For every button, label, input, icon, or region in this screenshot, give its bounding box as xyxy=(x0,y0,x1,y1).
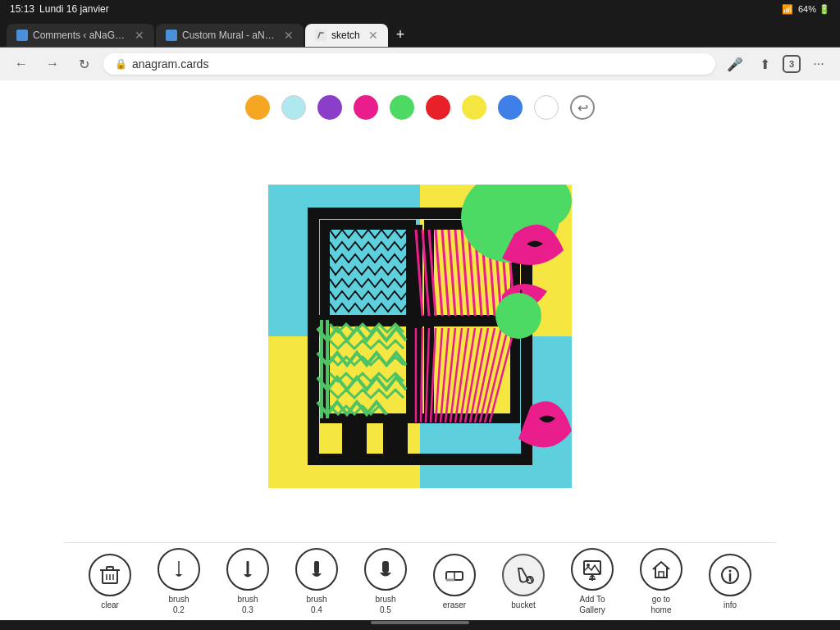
eraser-icon xyxy=(443,564,466,587)
brush05-icon xyxy=(374,558,397,581)
date: Lundi 16 janvier xyxy=(39,3,109,15)
home-indicator-bar xyxy=(371,621,469,624)
clear-label: clear xyxy=(101,600,119,610)
color-blue[interactable] xyxy=(498,95,523,120)
home-icon xyxy=(650,558,673,581)
brush02-icon xyxy=(167,558,190,581)
url-actions: 🎤 ⬆ 3 ··· xyxy=(724,52,830,75)
svg-rect-47 xyxy=(342,418,367,463)
status-left: 15:13 Lundi 16 janvier xyxy=(10,3,109,15)
brush04-label: brush0.4 xyxy=(306,594,326,615)
back-button[interactable]: ← xyxy=(10,52,33,75)
brush02-icon-circle xyxy=(158,548,200,591)
brush05-tool[interactable]: brush0.5 xyxy=(356,548,415,615)
color-purple[interactable] xyxy=(317,95,342,120)
brush04-tool[interactable]: brush0.4 xyxy=(287,548,346,615)
color-orange[interactable] xyxy=(245,95,270,120)
svg-rect-69 xyxy=(659,572,664,578)
svg-rect-58 xyxy=(382,561,389,573)
eraser-tool[interactable]: eraser xyxy=(425,554,484,610)
canvas-wrapper[interactable] xyxy=(260,130,580,542)
tab-add-button[interactable]: + xyxy=(390,23,412,47)
reload-button[interactable]: ↻ xyxy=(72,52,95,75)
brush02-tool[interactable]: brush0.2 xyxy=(149,548,208,615)
gallery-icon xyxy=(581,558,604,581)
brush05-icon-circle xyxy=(364,548,407,591)
brush03-icon-circle xyxy=(226,548,269,591)
tab-sketch[interactable]: sketch ✕ xyxy=(305,24,388,47)
url-bar[interactable]: 🔒 anagram.cards xyxy=(103,53,715,75)
tab-title-comments: Comments ‹ aNaGram… xyxy=(33,30,126,41)
tab-close-sketch[interactable]: ✕ xyxy=(368,29,378,42)
status-bar: 15:13 Lundi 16 janvier 📶 64% 🔋 xyxy=(0,0,840,18)
url-text: anagram.cards xyxy=(132,57,704,71)
tab-favicon-sketch xyxy=(315,30,326,41)
tab-close-comments[interactable]: ✕ xyxy=(135,29,144,42)
address-bar: ← → ↻ 🔒 anagram.cards 🎤 ⬆ 3 ··· xyxy=(0,47,840,80)
info-tool[interactable]: info xyxy=(701,554,760,610)
battery-icon: 64% 🔋 xyxy=(798,4,830,15)
bucket-icon xyxy=(512,564,535,587)
tab-comments[interactable]: Comments ‹ aNaGram… ✕ xyxy=(7,24,154,47)
eraser-icon-circle xyxy=(433,554,476,596)
brush04-icon xyxy=(305,558,328,581)
clear-tool[interactable]: clear xyxy=(80,554,139,610)
gallery-label: Add ToGallery xyxy=(579,594,605,615)
microphone-button[interactable]: 🎤 xyxy=(724,52,746,75)
svg-point-71 xyxy=(729,569,732,572)
lock-icon: 🔒 xyxy=(115,58,127,70)
color-palette: ↩ xyxy=(245,80,595,130)
info-icon xyxy=(719,564,742,587)
tab-mural[interactable]: Custom Mural - aNaGram… ✕ xyxy=(156,24,304,47)
color-red[interactable] xyxy=(426,95,450,120)
home-label: go tohome xyxy=(651,594,671,615)
brush04-icon-circle xyxy=(295,548,338,591)
color-green[interactable] xyxy=(390,95,414,120)
svg-rect-48 xyxy=(383,418,408,463)
color-yellow[interactable] xyxy=(462,95,486,120)
tab-bar: Comments ‹ aNaGram… ✕ Custom Mural - aNa… xyxy=(0,18,840,47)
tab-close-mural[interactable]: ✕ xyxy=(284,29,294,42)
time: 15:13 xyxy=(10,3,34,15)
clear-icon-circle xyxy=(89,554,131,596)
bucket-tool[interactable]: bucket xyxy=(494,554,553,610)
mural-svg xyxy=(268,185,572,488)
info-icon-circle xyxy=(709,554,751,596)
brush05-label: brush0.5 xyxy=(375,594,395,615)
color-pink[interactable] xyxy=(354,95,378,120)
tab-favicon-comments xyxy=(16,30,28,41)
home-icon-circle xyxy=(640,548,682,591)
color-white[interactable] xyxy=(534,95,559,120)
color-lightblue[interactable] xyxy=(281,95,306,120)
tab-title-mural: Custom Mural - aNaGram… xyxy=(182,30,276,41)
svg-rect-56 xyxy=(247,561,249,574)
main-content: ↩ xyxy=(0,80,840,620)
home-tool[interactable]: go tohome xyxy=(632,548,691,615)
wifi-icon: 📶 xyxy=(782,4,793,15)
share-button[interactable]: ⬆ xyxy=(753,52,776,75)
svg-rect-51 xyxy=(107,567,113,570)
eraser-label: eraser xyxy=(443,600,466,610)
info-label: info xyxy=(724,600,737,610)
clear-icon xyxy=(98,564,121,587)
svg-point-64 xyxy=(587,564,590,567)
browser-chrome: Comments ‹ aNaGram… ✕ Custom Mural - aNa… xyxy=(0,18,840,80)
forward-button[interactable]: → xyxy=(41,52,64,75)
gallery-icon-circle xyxy=(571,548,614,591)
tab-favicon-mural xyxy=(166,30,177,41)
bottom-toolbar: clear brush0.2 brush0.3 xyxy=(64,542,776,620)
brush03-tool[interactable]: brush0.3 xyxy=(218,548,277,615)
mural-canvas[interactable] xyxy=(268,185,572,488)
bucket-icon-circle xyxy=(502,554,545,596)
svg-rect-57 xyxy=(314,561,319,573)
tab-title-sketch: sketch xyxy=(331,30,360,41)
menu-button[interactable]: ··· xyxy=(807,52,830,75)
undo-button[interactable]: ↩ xyxy=(570,95,595,120)
tabs-count[interactable]: 3 xyxy=(783,55,801,73)
bucket-label: bucket xyxy=(511,600,535,610)
gallery-tool[interactable]: Add ToGallery xyxy=(563,548,622,615)
status-right: 📶 64% 🔋 xyxy=(782,4,830,15)
brush03-label: brush0.3 xyxy=(237,594,258,615)
bottom-indicator xyxy=(0,620,840,624)
brush03-icon xyxy=(236,558,259,581)
